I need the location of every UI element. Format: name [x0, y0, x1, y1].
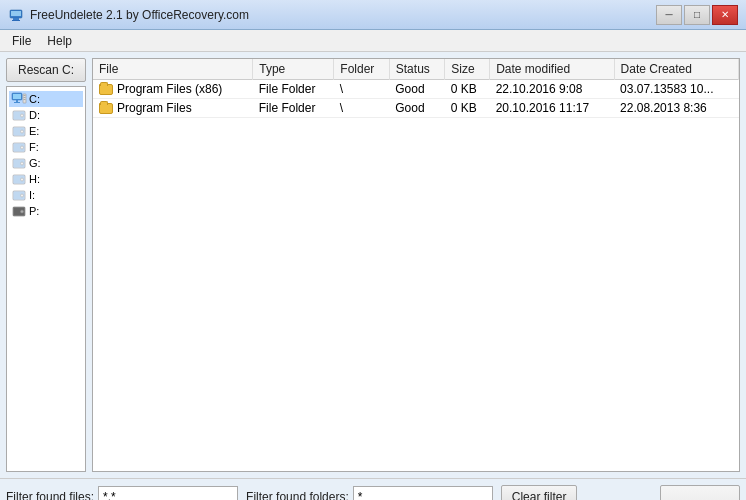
file-cell: 03.07.13583 10...	[614, 80, 738, 99]
col-header-folder[interactable]: Folder	[334, 59, 389, 80]
folder-icon	[99, 103, 113, 114]
drive-icon	[11, 188, 27, 202]
svg-point-26	[21, 178, 24, 181]
filter-files-group: Filter found files:	[6, 486, 238, 500]
file-cell: File Folder	[253, 80, 334, 99]
svg-rect-10	[24, 97, 26, 98]
drive-icon	[11, 204, 27, 218]
tree-item-label: H:	[29, 173, 40, 185]
menu-bar: FileHelp	[0, 30, 746, 52]
tree-item-I[interactable]: I:	[9, 187, 83, 203]
filter-undelete-left: Filter found files: Filter found folders…	[6, 485, 650, 500]
file-cell: 22.10.2016 9:08	[490, 80, 614, 99]
svg-point-29	[21, 194, 24, 197]
file-cell: Good	[389, 80, 445, 99]
col-header-size[interactable]: Size	[445, 59, 490, 80]
window-controls: ─ □ ✕	[656, 5, 738, 25]
file-list-panel: FileTypeFolderStatusSizeDate modifiedDat…	[92, 58, 740, 472]
tree-item-F[interactable]: F:	[9, 139, 83, 155]
tree-item-label: C:	[29, 93, 40, 105]
file-cell: 0 KB	[445, 80, 490, 99]
bottom-bar: Filter found files: Filter found folders…	[0, 478, 746, 500]
svg-rect-2	[12, 20, 20, 21]
table-row[interactable]: Program FilesFile Folder\Good0 KB20.10.2…	[93, 99, 739, 118]
filter-files-input[interactable]	[98, 486, 238, 500]
file-cell: 20.10.2016 11:17	[490, 99, 614, 118]
tree-item-label: F:	[29, 141, 39, 153]
rescan-button[interactable]: Rescan C:	[6, 58, 86, 82]
minimize-button[interactable]: ─	[656, 5, 682, 25]
filter-folders-label: Filter found folders:	[246, 490, 349, 500]
file-cell: Good	[389, 99, 445, 118]
tree-item-label: E:	[29, 125, 39, 137]
file-name-cell: Program Files	[93, 99, 253, 118]
col-header-file[interactable]: File	[93, 59, 253, 80]
svg-point-23	[21, 162, 24, 165]
svg-rect-9	[24, 95, 26, 96]
tree-item-label: D:	[29, 109, 40, 121]
svg-rect-1	[13, 18, 19, 20]
close-button[interactable]: ✕	[712, 5, 738, 25]
file-cell: \	[334, 80, 389, 99]
svg-point-14	[21, 114, 24, 117]
svg-rect-3	[11, 11, 21, 16]
filter-folders-group: Filter found folders:	[246, 486, 493, 500]
folder-icon	[99, 84, 113, 95]
table-row[interactable]: Program Files (x86)File Folder\Good0 KB2…	[93, 80, 739, 99]
drive-icon	[11, 140, 27, 154]
drive-tree[interactable]: C: D: E: F: G: H:	[6, 86, 86, 472]
file-name-cell: Program Files (x86)	[93, 80, 253, 99]
svg-rect-7	[14, 102, 20, 103]
tree-item-P[interactable]: P:	[9, 203, 83, 219]
drive-icon	[11, 156, 27, 170]
svg-rect-5	[13, 94, 21, 99]
file-cell: File Folder	[253, 99, 334, 118]
computer-icon	[11, 92, 27, 106]
maximize-button[interactable]: □	[684, 5, 710, 25]
drive-icon	[11, 172, 27, 186]
title-bar: FreeUndelete 2.1 by OfficeRecovery.com ─…	[0, 0, 746, 30]
filter-folders-input[interactable]	[353, 486, 493, 500]
filter-files-label: Filter found files:	[6, 490, 94, 500]
tree-item-label: G:	[29, 157, 41, 169]
main-container: Rescan C: C: D: E:	[0, 52, 746, 478]
tree-item-G[interactable]: G:	[9, 155, 83, 171]
svg-rect-6	[16, 100, 18, 102]
svg-point-32	[21, 210, 24, 213]
file-table[interactable]: FileTypeFolderStatusSizeDate modifiedDat…	[93, 59, 739, 471]
col-header-status[interactable]: Status	[389, 59, 445, 80]
file-cell: \	[334, 99, 389, 118]
tree-item-label: I:	[29, 189, 35, 201]
left-panel: Rescan C: C: D: E:	[6, 58, 86, 472]
svg-rect-11	[24, 99, 26, 100]
col-header-date-created[interactable]: Date Created	[614, 59, 738, 80]
clear-filter-button[interactable]: Clear filter	[501, 485, 578, 500]
filter-row: Filter found files: Filter found folders…	[6, 485, 650, 500]
title-bar-left: FreeUndelete 2.1 by OfficeRecovery.com	[8, 7, 249, 23]
undelete-button[interactable]: Undelete	[660, 485, 740, 500]
tree-item-label: P:	[29, 205, 39, 217]
bottom-controls: Filter found files: Filter found folders…	[6, 485, 740, 500]
col-header-type[interactable]: Type	[253, 59, 334, 80]
drive-icon	[11, 108, 27, 122]
tree-item-E[interactable]: E:	[9, 123, 83, 139]
svg-point-17	[21, 130, 24, 133]
tree-item-D[interactable]: D:	[9, 107, 83, 123]
menu-item-help[interactable]: Help	[39, 32, 80, 50]
menu-item-file[interactable]: File	[4, 32, 39, 50]
window-title: FreeUndelete 2.1 by OfficeRecovery.com	[30, 8, 249, 22]
tree-item-C[interactable]: C:	[9, 91, 83, 107]
file-cell: 22.08.2013 8:36	[614, 99, 738, 118]
svg-point-20	[21, 146, 24, 149]
file-cell: 0 KB	[445, 99, 490, 118]
tree-item-H[interactable]: H:	[9, 171, 83, 187]
drive-icon	[11, 124, 27, 138]
table-header-row: FileTypeFolderStatusSizeDate modifiedDat…	[93, 59, 739, 80]
col-header-date-modified[interactable]: Date modified	[490, 59, 614, 80]
app-icon	[8, 7, 24, 23]
